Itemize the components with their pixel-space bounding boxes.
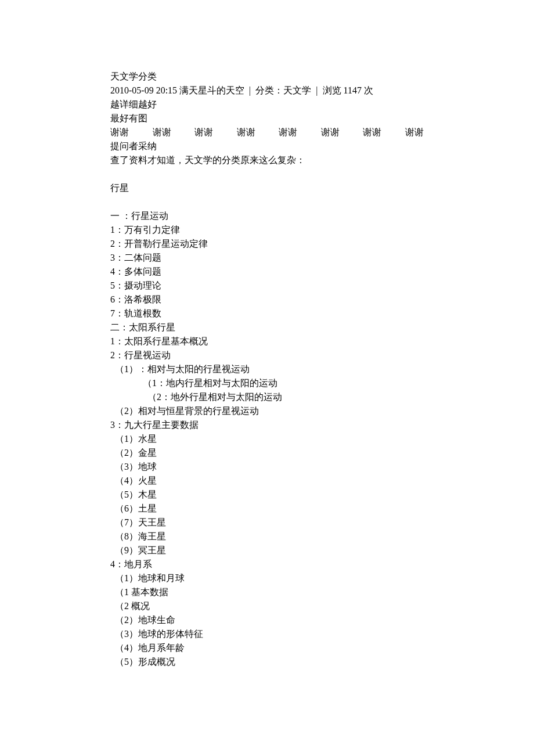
sub-item: （5）木星 (110, 488, 424, 502)
thanks-word: 谢谢 (237, 125, 255, 139)
h2-heading: 二：太阳系行星 (110, 321, 424, 334)
answer-adopt: 提问者采纳 (110, 139, 424, 153)
sub-item: （5）形成概况 (110, 655, 424, 669)
thanks-word: 谢谢 (321, 125, 340, 139)
sub-sub-item: （2：地外行星相对与太阳的运动 (110, 390, 424, 404)
question-title: 天文学分类 (110, 70, 424, 84)
thanks-word: 谢谢 (363, 125, 381, 139)
thanks-word: 谢谢 (110, 125, 129, 139)
sub-item: （3）地球 (110, 460, 424, 474)
request-detail: 越详细越好 (110, 98, 424, 111)
list-item: 4：多体问题 (110, 265, 424, 279)
sub-item: （2）金星 (110, 446, 424, 460)
sub-item: （1 基本数据 (110, 585, 424, 599)
sub-item: （6）土星 (110, 502, 424, 516)
section-heading: 行星 (110, 181, 424, 195)
sub-item: （1）：相对与太阳的行星视运动 (110, 362, 424, 376)
list-item: 2：开普勒行星运动定律 (110, 237, 424, 251)
thanks-word: 谢谢 (194, 125, 213, 139)
sub-item: （2 概况 (110, 599, 424, 613)
list-item: 3：二体问题 (110, 251, 424, 265)
sub-item: （4）地月系年龄 (110, 641, 424, 655)
request-image: 最好有图 (110, 111, 424, 125)
list-item: 4：地月系 (110, 557, 424, 571)
h1-heading: 一 ：行星运动 (110, 209, 424, 223)
list-item: 7：轨道根数 (110, 307, 424, 321)
sub-item: （9）冥王星 (110, 543, 424, 557)
blank-line (110, 167, 424, 181)
sub-item: （4）火星 (110, 474, 424, 488)
answer-intro: 查了资料才知道，天文学的分类原来这么复杂： (110, 153, 424, 167)
sub-item: （7）天王星 (110, 516, 424, 530)
sub-item: （3）地球的形体特征 (110, 627, 424, 641)
thanks-line: 谢谢 谢谢 谢谢 谢谢 谢谢 谢谢 谢谢 谢谢 (110, 125, 424, 139)
list-item: 1：太阳系行星基本概况 (110, 334, 424, 348)
list-item: 3：九大行星主要数据 (110, 418, 424, 432)
sub-item: （8）海王星 (110, 530, 424, 543)
thanks-word: 谢谢 (153, 125, 171, 139)
thanks-word: 谢谢 (279, 125, 297, 139)
sub-item: （2）相对与恒星背景的行星视运动 (110, 404, 424, 418)
blank-line (110, 195, 424, 209)
sub-item: （1）地球和月球 (110, 571, 424, 585)
list-item: 1：万有引力定律 (110, 223, 424, 237)
thanks-word: 谢谢 (405, 125, 424, 139)
list-item: 5：摄动理论 (110, 279, 424, 293)
sub-item: （2）地球生命 (110, 613, 424, 627)
sub-sub-item: （1：地内行星相对与太阳的运动 (110, 376, 424, 390)
sub-item: （1）水星 (110, 432, 424, 446)
meta-line: 2010-05-09 20:15 满天星斗的天空 | 分类：天文学 | 浏览 1… (110, 84, 424, 98)
list-item: 2：行星视运动 (110, 348, 424, 362)
list-item: 6：洛希极限 (110, 293, 424, 307)
